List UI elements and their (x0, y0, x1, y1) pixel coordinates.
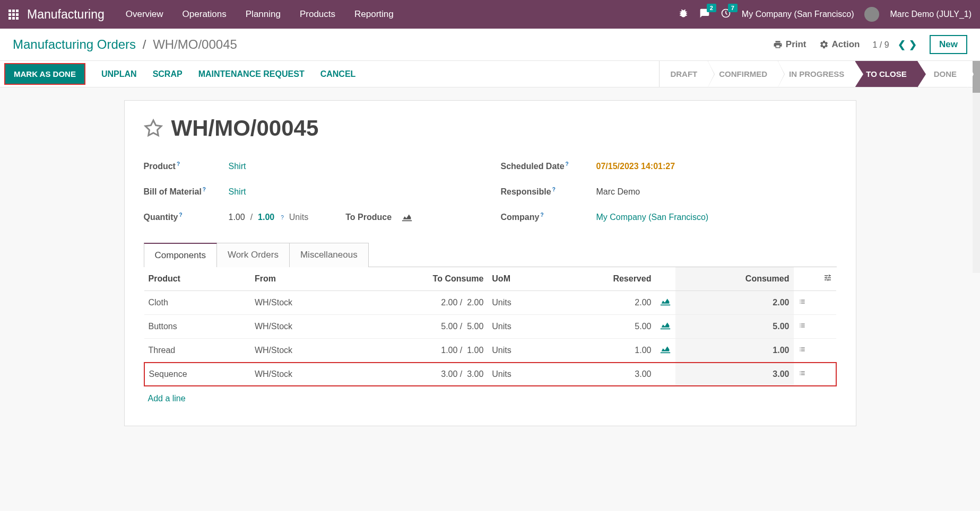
help-icon[interactable]: ? (281, 215, 284, 221)
add-line-button[interactable]: Add a line (144, 386, 837, 411)
cell-forecast-icon[interactable] (655, 291, 675, 315)
action-bar: MARK AS DONE UNPLAN SCRAP MAINTENANCE RE… (0, 61, 980, 87)
responsible-value[interactable]: Marc Demo (596, 187, 640, 197)
th-to-consume: To Consume (354, 267, 488, 291)
action-button[interactable]: Action (819, 39, 860, 50)
scheduled-label: Scheduled Date (501, 162, 565, 171)
cell-uom: Units (488, 291, 550, 315)
debug-icon[interactable] (678, 8, 689, 21)
nav-overview[interactable]: Overview (126, 9, 163, 20)
mark-done-button[interactable]: MARK AS DONE (4, 63, 85, 85)
cell-uom: Units (488, 363, 550, 386)
to-produce-label: To Produce (345, 213, 392, 222)
tab-work-orders[interactable]: Work Orders (216, 243, 290, 267)
cell-reserved: 1.00 (550, 339, 655, 363)
tab-miscellaneous[interactable]: Miscellaneous (289, 243, 369, 267)
help-icon[interactable]: ? (203, 187, 206, 192)
cell-reserved: 5.00 (550, 315, 655, 339)
help-icon[interactable]: ? (177, 161, 180, 167)
table-row[interactable]: Buttons WH/Stock 5.00 / 5.00 Units 5.00 … (144, 315, 836, 339)
cell-forecast-icon[interactable] (655, 339, 675, 363)
cell-to-consume: 3.00 / 3.00 (354, 363, 488, 386)
cell-from: WH/Stock (250, 291, 354, 315)
new-button[interactable]: New (930, 35, 967, 54)
status-draft[interactable]: DRAFT (659, 61, 708, 87)
scheduled-value[interactable]: 07/15/2023 14:01:27 (596, 162, 675, 171)
th-uom: UoM (488, 267, 550, 291)
status-in-progress[interactable]: IN PROGRESS (778, 61, 855, 87)
scrap-button[interactable]: SCRAP (153, 69, 183, 79)
cell-to-consume: 2.00 / 2.00 (354, 291, 488, 315)
nav-products[interactable]: Products (300, 9, 335, 20)
qty-label: Quantity (144, 213, 178, 222)
cell-consumed[interactable]: 5.00 (675, 315, 793, 339)
cell-forecast-icon[interactable] (655, 315, 675, 339)
help-icon[interactable]: ? (540, 212, 543, 218)
product-value[interactable]: Shirt (229, 162, 246, 171)
company-selector[interactable]: My Company (San Francisco) (742, 10, 854, 19)
activities-badge: 7 (728, 4, 738, 12)
nav-planning[interactable]: Planning (246, 9, 281, 20)
cancel-button[interactable]: CANCEL (320, 69, 356, 79)
pager-next[interactable]: ❯ (909, 39, 917, 50)
cell-forecast-icon[interactable] (655, 363, 675, 386)
nav-menu: Overview Operations Planning Products Re… (126, 9, 394, 20)
cell-product: Cloth (144, 291, 250, 315)
cell-from: WH/Stock (250, 315, 354, 339)
messages-badge: 2 (707, 4, 716, 12)
tab-components[interactable]: Components (144, 243, 217, 267)
tabs: Components Work Orders Miscellaneous (144, 243, 837, 267)
cell-to-consume: 1.00 / 1.00 (354, 339, 488, 363)
bom-label: Bill of Material (144, 188, 202, 197)
star-icon[interactable] (144, 119, 163, 138)
maintenance-button[interactable]: MAINTENANCE REQUEST (198, 69, 305, 79)
topbar-right: 2 7 My Company (San Francisco) Marc Demo… (678, 7, 972, 22)
print-button[interactable]: Print (773, 39, 806, 50)
cell-to-consume: 5.00 / 5.00 (354, 315, 488, 339)
status-confirmed[interactable]: CONFIRMED (708, 61, 778, 87)
messages-icon[interactable]: 2 (699, 8, 710, 21)
th-product: Product (144, 267, 250, 291)
bom-value[interactable]: Shirt (229, 187, 246, 197)
cell-reserved: 2.00 (550, 291, 655, 315)
cell-consumed[interactable]: 2.00 (675, 291, 793, 315)
status-to-close[interactable]: TO CLOSE (855, 61, 917, 87)
cell-details-icon[interactable] (794, 315, 815, 339)
breadcrumb-root[interactable]: Manufacturing Orders (13, 37, 136, 51)
components-table: Product From To Consume UoM Reserved Con… (144, 267, 837, 386)
cell-details-icon[interactable] (794, 363, 815, 386)
cell-details-icon[interactable] (794, 291, 815, 315)
qty-value[interactable]: 1.00 (229, 213, 245, 222)
scrollbar[interactable] (973, 61, 980, 273)
th-consumed: Consumed (675, 267, 793, 291)
cell-consumed[interactable]: 1.00 (675, 339, 793, 363)
help-icon[interactable]: ? (179, 212, 182, 218)
nav-reporting[interactable]: Reporting (354, 9, 394, 20)
column-settings-icon[interactable] (823, 275, 832, 284)
table-row[interactable]: Sequence WH/Stock 3.00 / 3.00 Units 3.00… (144, 363, 836, 386)
cell-consumed[interactable]: 3.00 (675, 363, 793, 386)
user-avatar[interactable] (864, 7, 879, 22)
help-icon[interactable]: ? (566, 161, 569, 167)
user-menu[interactable]: Marc Demo (JULY_1) (890, 10, 972, 19)
table-row[interactable]: Cloth WH/Stock 2.00 / 2.00 Units 2.00 2.… (144, 291, 836, 315)
form-sheet: WH/MO/00045 Product? Shirt Scheduled Dat… (124, 100, 856, 426)
pager: 1 / 9 ❮ ❯ (872, 39, 917, 50)
table-row[interactable]: Thread WH/Stock 1.00 / 1.00 Units 1.00 1… (144, 339, 836, 363)
activities-icon[interactable]: 7 (721, 8, 731, 21)
unplan-button[interactable]: UNPLAN (101, 69, 137, 79)
cell-from: WH/Stock (250, 363, 354, 386)
forecast-icon[interactable] (401, 213, 413, 222)
svg-marker-1 (145, 120, 161, 136)
pager-prev[interactable]: ❮ (898, 39, 906, 50)
nav-operations[interactable]: Operations (183, 9, 227, 20)
control-panel: Manufacturing Orders / WH/MO/00045 Print… (0, 29, 980, 61)
content-area: WH/MO/00045 Product? Shirt Scheduled Dat… (0, 87, 980, 439)
company-value[interactable]: My Company (San Francisco) (596, 213, 709, 222)
statusbar: DRAFT CONFIRMED IN PROGRESS TO CLOSE DON… (659, 61, 967, 87)
apps-menu-icon[interactable] (8, 10, 19, 20)
cell-details-icon[interactable] (794, 339, 815, 363)
cell-from: WH/Stock (250, 339, 354, 363)
help-icon[interactable]: ? (552, 187, 556, 192)
cell-product: Sequence (144, 363, 250, 386)
